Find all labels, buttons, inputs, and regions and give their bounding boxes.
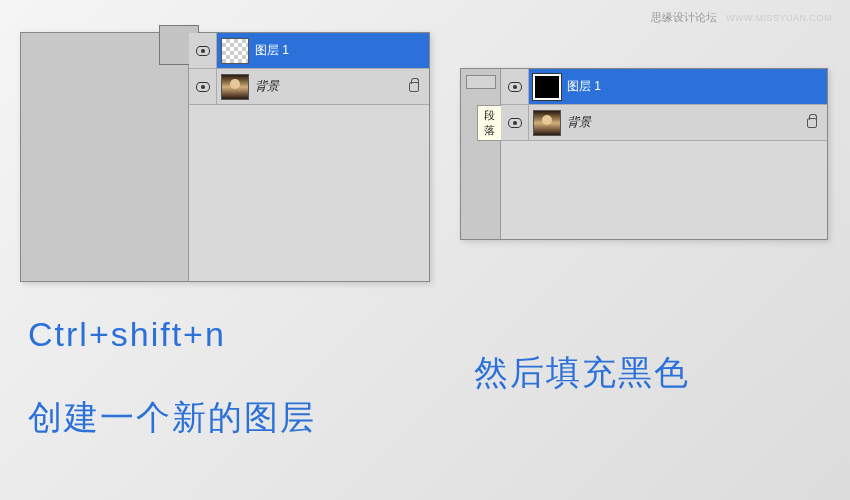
layer-thumbnail-transparent[interactable] [221, 38, 249, 64]
watermark: 思缘设计论坛 WWW.MISSYUAN.COM [651, 10, 832, 25]
lock-icon [807, 118, 817, 128]
visibility-toggle[interactable] [501, 105, 529, 140]
tooltip-paragraph: 段落 [477, 105, 502, 141]
lock-icon [409, 82, 419, 92]
layer-row-layer1[interactable]: 图层 1 [501, 69, 827, 105]
eye-icon [196, 82, 210, 92]
watermark-url: WWW.MISSYUAN.COM [726, 13, 832, 23]
layer-name[interactable]: 图层 1 [567, 78, 827, 95]
layer-row-layer1[interactable]: 图层 1 [189, 33, 429, 69]
layer-thumbnail-black[interactable] [533, 74, 561, 100]
visibility-toggle[interactable] [189, 69, 217, 104]
caption-shortcut: Ctrl+shift+n [28, 315, 226, 354]
eye-icon [508, 118, 522, 128]
caption-create-layer: 创建一个新的图层 [28, 395, 316, 441]
eye-icon [196, 46, 210, 56]
visibility-toggle[interactable] [189, 33, 217, 68]
layers-list: 图层 1 背景 [189, 33, 429, 281]
layers-empty-area [501, 141, 827, 239]
layer-row-background[interactable]: 背景 [189, 69, 429, 105]
layer-name[interactable]: 图层 1 [255, 42, 429, 59]
eye-icon [508, 82, 522, 92]
layers-list: 图层 1 背景 [501, 69, 827, 239]
layers-panel-left: 图层 1 背景 [20, 32, 430, 282]
layer-thumbnail-photo[interactable] [221, 74, 249, 100]
layer-name[interactable]: 背景 [567, 114, 807, 131]
caption-fill-black: 然后填充黑色 [474, 350, 690, 396]
layers-empty-area [189, 105, 429, 281]
canvas-area[interactable] [21, 33, 189, 281]
layers-panel-right: 段落 图层 1 背景 [460, 68, 828, 240]
canvas-area[interactable]: 段落 [461, 69, 501, 239]
layer-thumbnail-photo[interactable] [533, 110, 561, 136]
layer-name[interactable]: 背景 [255, 78, 409, 95]
panel-handle[interactable] [466, 75, 496, 89]
layer-row-background[interactable]: 背景 [501, 105, 827, 141]
visibility-toggle[interactable] [501, 69, 529, 104]
watermark-text: 思缘设计论坛 [651, 11, 717, 23]
